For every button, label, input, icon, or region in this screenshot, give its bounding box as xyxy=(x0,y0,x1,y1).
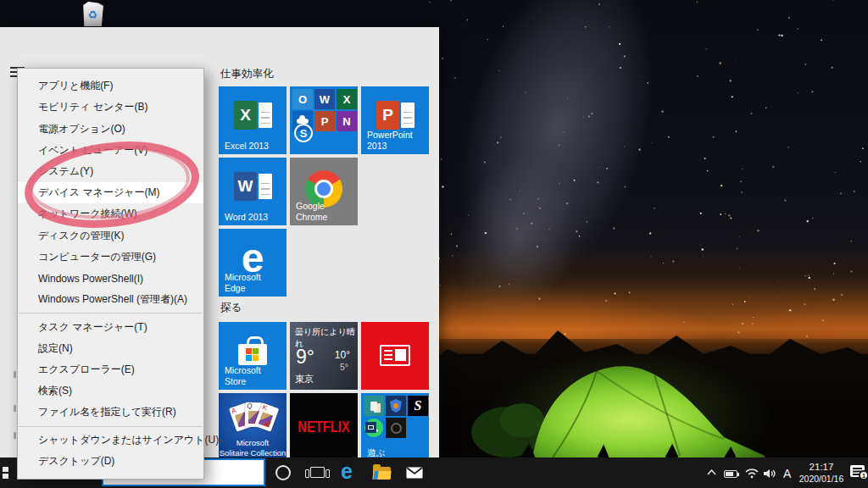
clock-time: 21:17 xyxy=(795,462,848,472)
menu-separator xyxy=(19,313,203,313)
tile-microsoft-store[interactable]: Microsoft Store xyxy=(219,322,287,390)
wifi-icon[interactable] xyxy=(745,469,759,479)
speaker-icon[interactable] xyxy=(764,469,776,479)
battery-icon[interactable] xyxy=(724,470,737,478)
weather-temp: 9° xyxy=(296,346,314,369)
menu-item-power-options[interactable]: 電源オプション(O) xyxy=(18,118,203,139)
tile-label: Microsoft Edge xyxy=(225,272,284,293)
menu-item-disk-management[interactable]: ディスクの管理(K) xyxy=(18,225,203,247)
recycle-bin-icon[interactable]: ♻ xyxy=(75,2,110,28)
task-view-icon[interactable] xyxy=(310,467,325,478)
recycle-bin-bag: ♻ xyxy=(81,2,104,26)
menu-item-run[interactable]: ファイル名を指定して実行(R) xyxy=(18,402,203,423)
file-explorer-icon[interactable] xyxy=(373,467,391,480)
tile-powerpoint-2013[interactable]: P PowerPoint 2013 xyxy=(361,86,429,154)
cortana-icon[interactable] xyxy=(275,465,291,480)
start-button-fragment[interactable] xyxy=(3,467,8,480)
tile-label: Microsoft Store xyxy=(225,365,284,386)
word-icon: W xyxy=(234,172,273,201)
word-icon: W xyxy=(314,89,335,109)
playing-cards-icon: A Q K xyxy=(219,400,287,437)
submenu-chevron-icon: › xyxy=(219,433,223,447)
small-app-icon xyxy=(365,422,376,433)
menu-separator xyxy=(19,426,203,427)
sway-icon: S xyxy=(408,396,428,416)
menu-item-explorer[interactable]: エクスプローラー(E) xyxy=(18,359,203,380)
mahjong-icon xyxy=(364,396,384,416)
menu-item-system[interactable]: システム(Y) xyxy=(18,161,203,182)
menu-item-shutdown-signout[interactable]: シャットダウンまたはサインアウト(U) › xyxy=(18,430,203,451)
clock-date: 2020/01/16 xyxy=(795,474,848,484)
menu-item-desktop[interactable]: デスクトップ(D) xyxy=(18,451,203,472)
tile-label: Google Chrome xyxy=(296,201,355,222)
tile-section-header-productivity: 仕事効率化 xyxy=(220,67,274,81)
rail-icon-fragment xyxy=(14,371,16,378)
tile-section-header-explore: 探る xyxy=(220,301,242,315)
menu-item-apps-features[interactable]: アプリと機能(F) xyxy=(18,75,203,97)
excel-icon: X xyxy=(234,101,273,130)
outlook-icon: O xyxy=(292,89,313,109)
menu-item-mobility-center[interactable]: モビリティ センター(B) xyxy=(18,97,203,118)
menu-item-computer-management[interactable]: コンピューターの管理(G) xyxy=(18,247,203,268)
tile-label: Excel 2013 xyxy=(225,141,284,151)
menu-item-search[interactable]: 検索(S) xyxy=(18,380,203,402)
excel-icon: X xyxy=(337,89,357,109)
tile-office-folder[interactable]: O W X P N S xyxy=(290,86,358,154)
tile-label: Word 2013 xyxy=(225,212,284,222)
tile-google-chrome[interactable]: Google Chrome xyxy=(290,158,358,225)
tray-chevron-up-icon[interactable] xyxy=(707,469,716,475)
weather-city: 東京 xyxy=(295,373,314,385)
taskbar-clock[interactable]: 21:17 2020/01/16 xyxy=(795,462,848,484)
newspaper-icon xyxy=(380,345,410,366)
powerpoint-icon: P xyxy=(376,101,415,130)
menu-item-event-viewer[interactable]: イベント ビューアー(V) xyxy=(18,140,203,161)
edge-taskbar-icon[interactable]: e xyxy=(341,460,353,484)
winx-context-menu: アプリと機能(F) モビリティ センター(B) 電源オプション(O) イベント … xyxy=(17,68,204,480)
tile-netflix[interactable]: NETFLIX xyxy=(290,393,358,461)
tile-label: 遊ぶ xyxy=(367,447,426,458)
ime-indicator[interactable]: A xyxy=(783,467,791,480)
hotspot-shield-icon xyxy=(386,396,406,416)
menu-item-device-manager[interactable]: デバイス マネージャー(M) xyxy=(18,182,203,203)
tile-news[interactable] xyxy=(361,322,429,390)
tile-play-folder[interactable]: S 遊ぶ xyxy=(361,393,429,461)
menu-item-settings[interactable]: 設定(N) xyxy=(18,338,203,359)
weather-low: 5° xyxy=(340,362,348,372)
menu-item-powershell-admin[interactable]: Windows PowerShell (管理者)(A) xyxy=(18,289,203,310)
notification-badge: 1 xyxy=(859,470,868,480)
tile-word-2013[interactable]: W Word 2013 xyxy=(219,158,287,225)
rail-icon-fragment xyxy=(14,405,16,412)
game-ring-icon xyxy=(386,418,406,438)
recycle-arrows-icon: ♻ xyxy=(81,9,104,20)
tile-microsoft-edge[interactable]: e Microsoft Edge xyxy=(219,229,287,297)
tent-image xyxy=(471,337,827,458)
skype-icon: S xyxy=(294,124,313,142)
menu-item-task-manager[interactable]: タスク マネージャー(T) xyxy=(18,316,203,337)
rail-icon-fragment xyxy=(14,432,16,439)
menu-item-powershell[interactable]: Windows PowerShell(I) xyxy=(18,268,203,289)
tile-excel-2013[interactable]: X Excel 2013 xyxy=(219,86,287,154)
mail-icon[interactable] xyxy=(406,467,423,479)
weather-high: 10° xyxy=(335,349,350,361)
menu-item-network-connections[interactable]: ネットワーク接続(W) xyxy=(18,203,203,225)
tile-label: PowerPoint 2013 xyxy=(367,130,426,151)
onenote-icon: N xyxy=(337,111,357,131)
netflix-logo: NETFLIX xyxy=(292,419,355,436)
tile-solitaire-collection[interactable]: A Q K Microsoft Solitaire Collection xyxy=(219,393,287,461)
tile-weather[interactable]: 曇り所により晴れ 9° 10° 5° 東京 xyxy=(290,322,358,390)
store-bag-icon xyxy=(238,344,267,365)
tile-label: Microsoft Solitaire Collection xyxy=(219,438,287,458)
powerpoint-icon: P xyxy=(314,111,335,131)
action-center-icon[interactable]: 1 xyxy=(850,465,865,477)
